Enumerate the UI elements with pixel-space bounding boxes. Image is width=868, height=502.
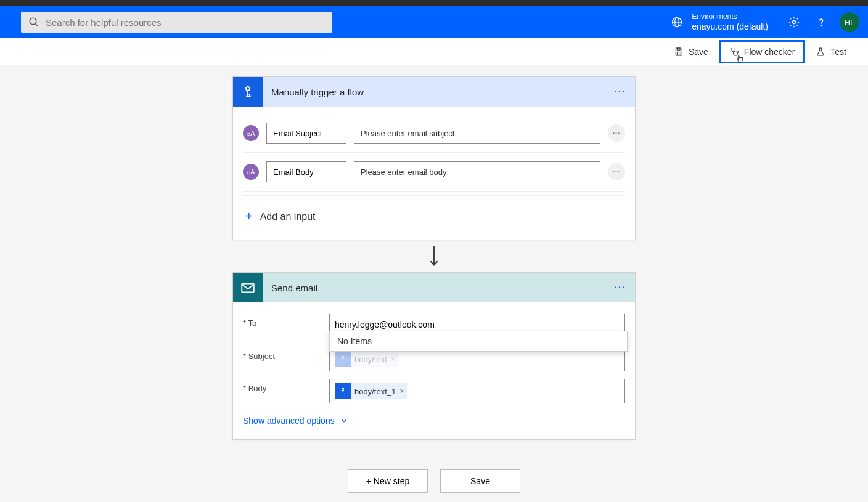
bottom-save-button[interactable]: Save xyxy=(440,469,520,493)
bottom-button-row: + New step Save xyxy=(348,469,520,493)
environment-value: enayu.com (default) xyxy=(692,22,768,33)
text-type-icon: aA xyxy=(243,125,259,141)
input-name-field[interactable]: Email Body xyxy=(266,161,346,182)
token-remove[interactable]: × xyxy=(399,387,404,395)
search-box[interactable] xyxy=(21,12,332,33)
to-suggest-dropdown[interactable]: No Items xyxy=(329,331,628,352)
environment-text: Environments enayu.com (default) xyxy=(692,12,768,33)
trigger-title: Manually trigger a flow xyxy=(271,87,364,97)
svg-line-1 xyxy=(35,23,38,26)
flow-checker-button[interactable]: Flow checker xyxy=(719,40,805,63)
dropdown-no-items: No Items xyxy=(337,336,372,346)
settings-button[interactable] xyxy=(788,16,800,28)
save-button[interactable]: Save xyxy=(663,40,719,63)
svg-rect-12 xyxy=(242,284,254,293)
token-remove[interactable]: × xyxy=(391,355,395,363)
environment-picker[interactable]: Environments enayu.com (default) xyxy=(671,12,768,33)
trigger-icon-square xyxy=(233,77,263,107)
arrow-down-icon xyxy=(427,244,441,269)
globe-icon xyxy=(671,16,683,28)
action-header[interactable]: Send email ··· xyxy=(233,273,635,302)
svg-point-9 xyxy=(737,51,739,52)
add-input-label: Add an input xyxy=(260,211,316,222)
token-icon xyxy=(335,351,351,367)
browser-chrome xyxy=(0,0,868,6)
to-row: * To henry.legge@outlook.com No Items xyxy=(243,310,625,339)
input-row-menu[interactable]: ··· xyxy=(608,163,625,180)
svg-point-5 xyxy=(793,21,796,24)
help-button[interactable] xyxy=(815,16,827,28)
stethoscope-icon xyxy=(729,47,739,57)
trigger-input-row: aA Email Body Please enter email body: ·… xyxy=(243,153,625,192)
avatar-initials: HL xyxy=(845,18,855,27)
text-type-icon: aA xyxy=(243,164,259,180)
editor-toolbar: Save Flow checker Test xyxy=(0,38,868,65)
search-icon xyxy=(28,17,39,28)
touch-icon xyxy=(240,84,255,99)
new-step-label: + New step xyxy=(366,476,409,486)
svg-point-14 xyxy=(342,388,344,391)
user-avatar[interactable]: HL xyxy=(840,12,859,32)
help-icon xyxy=(815,16,827,28)
add-input-button[interactable]: + Add an input xyxy=(243,200,625,227)
token-text: body/text xyxy=(354,355,387,364)
to-value: henry.legge@outlook.com xyxy=(335,320,435,330)
test-button[interactable]: Test xyxy=(805,40,857,63)
search-input[interactable] xyxy=(46,17,325,28)
token-text: body/text_1 xyxy=(354,387,396,396)
action-icon-square xyxy=(233,273,263,302)
action-title: Send email xyxy=(271,283,317,293)
chevron-down-icon xyxy=(340,416,348,425)
trigger-body: aA Email Subject Please enter email subj… xyxy=(233,107,635,240)
body-row: * Body body/text_1 × xyxy=(243,375,625,407)
bottom-save-label: Save xyxy=(470,476,490,486)
input-prompt-field[interactable]: Please enter email body: xyxy=(354,161,600,182)
gear-icon xyxy=(788,16,800,28)
advanced-label: Show advanced options xyxy=(243,416,335,426)
app-header: Environments enayu.com (default) HL xyxy=(0,6,868,38)
to-label: * To xyxy=(243,314,329,328)
input-name-field[interactable]: Email Subject xyxy=(266,123,346,144)
flow-canvas: Manually trigger a flow ··· aA Email Sub… xyxy=(0,65,868,502)
svg-point-6 xyxy=(821,25,821,26)
body-field[interactable]: body/text_1 × xyxy=(329,379,625,403)
mail-icon xyxy=(240,280,256,296)
input-prompt-field[interactable]: Please enter email subject: xyxy=(354,123,600,144)
trigger-header[interactable]: Manually trigger a flow ··· xyxy=(233,77,635,107)
token-icon xyxy=(335,383,351,399)
body-label: * Body xyxy=(243,379,329,393)
body-token[interactable]: body/text_1 × xyxy=(335,383,407,399)
action-body: * To henry.legge@outlook.com No Items * … xyxy=(233,302,635,439)
trigger-card: Manually trigger a flow ··· aA Email Sub… xyxy=(232,76,636,240)
flask-icon xyxy=(816,47,825,57)
environment-label: Environments xyxy=(692,12,768,22)
flow-checker-label: Flow checker xyxy=(744,47,795,57)
test-label: Test xyxy=(830,47,846,57)
plus-icon: + xyxy=(245,209,253,224)
svg-rect-7 xyxy=(677,48,680,50)
save-label: Save xyxy=(689,47,708,57)
new-step-button[interactable]: + New step xyxy=(348,469,428,493)
svg-point-13 xyxy=(342,356,344,358)
connector-arrow xyxy=(427,240,441,272)
svg-rect-8 xyxy=(677,52,681,55)
svg-point-0 xyxy=(30,18,36,25)
subject-token[interactable]: body/text × xyxy=(335,351,399,367)
input-row-menu[interactable]: ··· xyxy=(608,124,625,142)
trigger-menu-button[interactable]: ··· xyxy=(612,84,629,99)
action-menu-button[interactable]: ··· xyxy=(612,280,629,295)
subject-label: * Subject xyxy=(243,347,329,361)
save-icon xyxy=(674,47,684,57)
divider xyxy=(243,195,625,196)
show-advanced-link[interactable]: Show advanced options xyxy=(243,407,625,427)
action-card: Send email ··· * To henry.legge@outlook.… xyxy=(232,272,636,440)
trigger-input-row: aA Email Subject Please enter email subj… xyxy=(243,114,625,153)
svg-point-10 xyxy=(246,87,250,91)
